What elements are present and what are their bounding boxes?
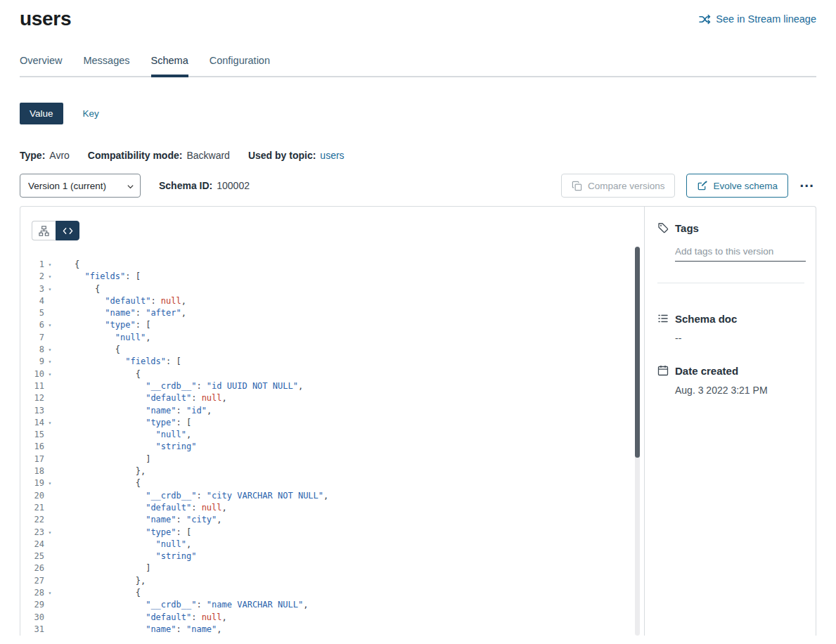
key-toggle-button[interactable]: Key <box>83 108 99 119</box>
code-text: { <box>75 283 100 295</box>
fold-spacer <box>44 307 56 319</box>
line-number: 12 <box>20 392 44 404</box>
fold-toggle-icon[interactable]: ▾ <box>44 319 56 331</box>
controls-row: Version 1 (current) Schema ID: 100002 Co… <box>20 174 816 198</box>
schema-meta: Type: Avro Compatibility mode: Backward … <box>20 150 816 161</box>
editor-scrollbar-thumb[interactable] <box>635 247 640 458</box>
fold-toggle-icon[interactable]: ▾ <box>44 417 56 429</box>
line-number: 3 <box>20 283 44 295</box>
schema-editor: 1▾{2▾ "fields": [3▾ {4 "default": null,5… <box>20 207 644 636</box>
schema-panel: 1▾{2▾ "fields": [3▾ {4 "default": null,5… <box>20 206 816 636</box>
tree-view-button[interactable] <box>32 221 56 240</box>
fold-spacer <box>44 441 56 453</box>
code-view-button[interactable] <box>56 221 79 240</box>
code-line: 28▾ { <box>20 587 644 599</box>
fold-toggle-icon[interactable]: ▾ <box>44 259 56 271</box>
code-line: 26 ] <box>20 562 644 574</box>
fold-toggle-icon[interactable]: ▾ <box>44 344 56 356</box>
date-created-title: Date created <box>675 365 738 377</box>
code-line: 3▾ { <box>20 283 644 295</box>
code-text: "string" <box>75 441 196 453</box>
code-line: 15 "null", <box>20 429 644 441</box>
line-number: 11 <box>20 380 44 392</box>
code-line: 10▾ { <box>20 368 644 380</box>
line-number: 22 <box>20 514 44 526</box>
line-number: 10 <box>20 368 44 380</box>
fold-spacer <box>44 599 56 611</box>
fold-spacer <box>44 392 56 404</box>
line-number: 29 <box>20 599 44 611</box>
schema-sidebar: Tags Schema doc -- <box>644 207 816 636</box>
code-view-icon <box>63 226 73 236</box>
tab-configuration[interactable]: Configuration <box>210 55 270 76</box>
evolve-schema-button[interactable]: Evolve schema <box>686 174 788 198</box>
line-number: 15 <box>20 429 44 441</box>
doc-list-icon <box>657 313 669 324</box>
page: users See in Stream lineage OverviewMess… <box>0 0 836 636</box>
stream-lineage-link[interactable]: See in Stream lineage <box>699 13 816 25</box>
fold-spacer <box>44 380 56 392</box>
tab-overview[interactable]: Overview <box>20 55 62 76</box>
more-actions-button[interactable]: ⋯ <box>798 179 816 192</box>
code-text: "__crdb__": "city VARCHAR NOT NULL", <box>75 490 328 502</box>
schema-type-toggle: Value Key <box>20 103 816 124</box>
code-line: 24 "null", <box>20 539 644 550</box>
compatibility-label: Compatibility mode: <box>88 150 183 161</box>
line-number: 21 <box>20 502 44 514</box>
tab-messages[interactable]: Messages <box>83 55 129 76</box>
line-number: 6 <box>20 319 44 331</box>
fold-toggle-icon[interactable]: ▾ <box>44 368 56 380</box>
line-number: 25 <box>20 550 44 562</box>
evolve-icon <box>697 181 707 191</box>
value-toggle-button[interactable]: Value <box>20 103 63 124</box>
editor-view-toggle <box>32 221 644 240</box>
fold-toggle-icon[interactable]: ▾ <box>44 271 56 283</box>
compare-versions-button[interactable]: Compare versions <box>561 174 676 198</box>
code-text: "fields": [ <box>75 356 181 368</box>
type-value: Avro <box>49 150 70 161</box>
code-line: 4 "default": null, <box>20 295 644 307</box>
type-label: Type: <box>20 150 45 161</box>
code-text: "type": [ <box>75 527 191 539</box>
fold-spacer <box>44 562 56 574</box>
schema-doc-value: -- <box>675 333 804 344</box>
fold-toggle-icon[interactable]: ▾ <box>44 587 56 599</box>
code-line: 5 "name": "after", <box>20 307 644 319</box>
line-number: 2 <box>20 271 44 283</box>
tree-view-icon <box>39 226 49 236</box>
line-number: 26 <box>20 562 44 574</box>
version-select[interactable]: Version 1 (current) <box>20 174 141 198</box>
fold-toggle-icon[interactable]: ▾ <box>44 527 56 539</box>
code-line: 31 "name": "name", <box>20 624 644 636</box>
topic-link[interactable]: users <box>320 150 344 161</box>
schema-doc-header: Schema doc <box>657 311 804 326</box>
line-number: 4 <box>20 295 44 307</box>
code-text: ] <box>75 562 150 574</box>
add-tags-input[interactable] <box>675 245 806 262</box>
code-line: 23▾ "type": [ <box>20 527 644 539</box>
code-text: { <box>75 368 141 380</box>
line-number: 9 <box>20 356 44 368</box>
code-line: 11 "__crdb__": "id UUID NOT NULL", <box>20 380 644 392</box>
fold-toggle-icon[interactable]: ▾ <box>44 356 56 368</box>
code-text: "null", <box>75 539 191 550</box>
editor-lines: 1▾{2▾ "fields": [3▾ {4 "default": null,5… <box>20 259 644 636</box>
fold-toggle-icon[interactable]: ▾ <box>44 283 56 295</box>
meta-topic: Used by topic: users <box>248 150 345 161</box>
code-text: { <box>75 344 120 356</box>
code-text: "name": "name", <box>75 624 222 636</box>
code-line: 22 "name": "city", <box>20 514 644 526</box>
meta-compatibility: Compatibility mode: Backward <box>88 150 230 161</box>
line-number: 28 <box>20 587 44 599</box>
code-text: "fields": [ <box>75 271 141 283</box>
lineage-link-label: See in Stream lineage <box>716 13 816 25</box>
fold-toggle-icon[interactable]: ▾ <box>44 477 56 489</box>
tab-schema[interactable]: Schema <box>151 55 188 76</box>
fold-spacer <box>44 624 56 636</box>
sidebar-divider <box>657 283 804 283</box>
date-created-header: Date created <box>657 363 804 378</box>
fold-spacer <box>44 575 56 587</box>
fold-spacer <box>44 514 56 526</box>
code-text: "string" <box>75 550 196 562</box>
code-text: "null", <box>75 332 150 344</box>
